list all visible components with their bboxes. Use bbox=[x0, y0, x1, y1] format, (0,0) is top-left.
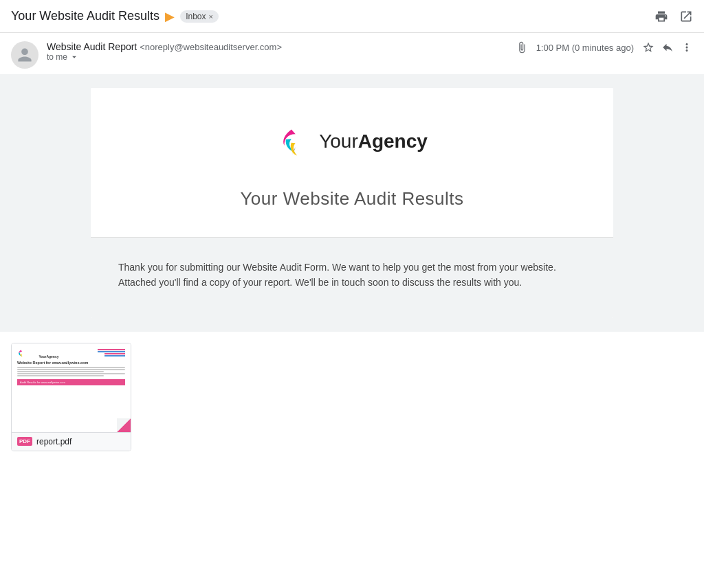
pdf-line-4 bbox=[17, 373, 125, 374]
inbox-label: Inbox bbox=[186, 12, 206, 21]
sender-info: Website Audit Report <noreply@websiteaud… bbox=[47, 41, 282, 62]
pdf-line-2 bbox=[17, 369, 125, 370]
sender-name: Website Audit Report bbox=[47, 41, 137, 52]
logo-agency-text: Agency bbox=[358, 131, 428, 152]
more-options-icon[interactable] bbox=[681, 41, 693, 54]
attachment-preview: YourAgency Website Report for www.wallyw… bbox=[12, 343, 131, 433]
top-bar-actions bbox=[654, 10, 693, 23]
sender-area: Website Audit Report <noreply@websiteaud… bbox=[11, 41, 282, 69]
pdf-preview-title: Website Report for www.wallywine.com bbox=[17, 361, 125, 365]
popout-icon[interactable] bbox=[679, 10, 693, 23]
to-me-dropdown[interactable]: to me bbox=[47, 52, 282, 62]
body-text: Thank you for submitting our Website Aud… bbox=[118, 260, 586, 291]
email-wrapper: Your Website Audit Results ▶ Inbox × bbox=[0, 0, 704, 588]
email-body-wrapper: YourAgency Your Website Audit Results Th… bbox=[0, 74, 704, 332]
email-subject: Your Website Audit Results bbox=[11, 9, 160, 23]
pdf-body-lines bbox=[17, 367, 125, 376]
person-icon bbox=[16, 47, 33, 63]
print-icon[interactable] bbox=[654, 10, 668, 23]
forward-arrow-icon: ▶ bbox=[165, 9, 175, 24]
chevron-down-icon bbox=[69, 52, 79, 62]
email-content-card: YourAgency Your Website Audit Results Th… bbox=[91, 88, 613, 318]
body-section: Thank you for submitting our Website Aud… bbox=[91, 238, 613, 318]
pdf-logo-icon bbox=[17, 349, 38, 357]
logo-area: YourAgency bbox=[104, 122, 600, 161]
logo-brand-text: YourAgency bbox=[319, 131, 428, 152]
corner-fold-decoration bbox=[117, 418, 131, 432]
reply-icon[interactable] bbox=[661, 41, 674, 54]
pdf-line-3 bbox=[17, 371, 104, 372]
attachment-filename-row: PDF report.pdf bbox=[12, 433, 131, 451]
pdf-line-1 bbox=[17, 367, 125, 368]
agency-logo-icon bbox=[276, 122, 312, 161]
hero-section: YourAgency Your Website Audit Results bbox=[91, 88, 613, 238]
logo-your-text: Your bbox=[319, 131, 358, 152]
star-icon[interactable] bbox=[642, 41, 654, 54]
attachment-card[interactable]: YourAgency Website Report for www.wallyw… bbox=[11, 343, 131, 451]
pdf-line-5 bbox=[17, 375, 104, 376]
pdf-preview-content: YourAgency Website Report for www.wallyw… bbox=[17, 349, 125, 427]
sender-avatar bbox=[11, 41, 38, 69]
pdf-icon-badge: PDF bbox=[17, 437, 32, 446]
top-bar-left: Your Website Audit Results ▶ Inbox × bbox=[11, 9, 219, 24]
page-scroll[interactable]: Your Website Audit Results ▶ Inbox × bbox=[0, 0, 704, 588]
pdf-addr-line-1 bbox=[98, 349, 125, 350]
attachment-icon bbox=[516, 41, 528, 54]
hero-title: Your Website Audit Results bbox=[104, 188, 600, 210]
pdf-addr-line-2 bbox=[98, 351, 125, 352]
pdf-addr-line-4 bbox=[104, 355, 125, 357]
attachment-filename: report.pdf bbox=[36, 437, 72, 446]
email-header: Website Audit Report <noreply@websiteaud… bbox=[0, 33, 704, 74]
attachment-area: YourAgency Website Report for www.wallyw… bbox=[0, 332, 704, 465]
pdf-address-area bbox=[98, 349, 125, 357]
email-actions bbox=[642, 41, 693, 54]
pdf-addr-line-3 bbox=[104, 353, 125, 354]
close-badge-button[interactable]: × bbox=[208, 12, 212, 21]
top-bar: Your Website Audit Results ▶ Inbox × bbox=[0, 0, 704, 33]
pdf-logo-text: YourAgency bbox=[17, 349, 58, 359]
email-meta: 1:00 PM (0 minutes ago) bbox=[516, 41, 693, 54]
sender-email: <noreply@websiteauditserver.com> bbox=[140, 42, 282, 52]
inbox-badge[interactable]: Inbox × bbox=[180, 10, 219, 23]
pdf-bar: Audit Results for www.wallywine.com bbox=[17, 379, 125, 385]
sender-name-row: Website Audit Report <noreply@websiteaud… bbox=[47, 41, 282, 52]
email-time: 1:00 PM (0 minutes ago) bbox=[536, 43, 634, 53]
to-me-label: to me bbox=[47, 52, 67, 62]
